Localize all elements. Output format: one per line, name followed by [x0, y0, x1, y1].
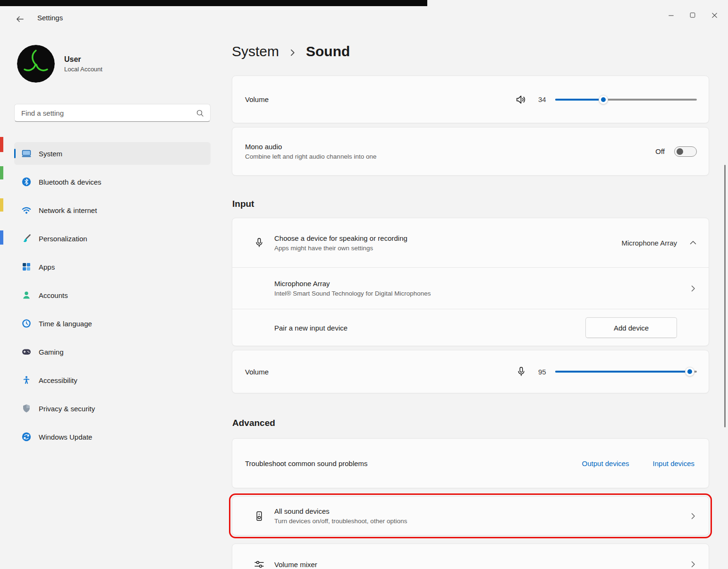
input-device-picker-row[interactable]: Choose a device for speaking or recordin… — [232, 218, 709, 267]
mono-audio-toggle[interactable] — [674, 146, 697, 157]
sidebar-item-time-language[interactable]: Time & language — [14, 312, 211, 335]
wifi-icon — [22, 205, 31, 215]
breadcrumb-system[interactable]: System — [232, 43, 279, 59]
search-input[interactable] — [15, 104, 210, 121]
sidebar-item-bluetooth-devices[interactable]: Bluetooth & devices — [14, 170, 211, 193]
pair-input-device-row: Pair a new input device Add device — [232, 309, 709, 346]
chevron-right-icon — [689, 285, 697, 292]
input-section-header: Input — [232, 199, 254, 209]
microphone-array-row[interactable]: Microphone Array Intel® Smart Sound Tech… — [232, 267, 709, 309]
selected-input-device: Microphone Array — [621, 239, 677, 247]
clock-icon — [22, 319, 31, 328]
user-account-type: Local Account — [64, 66, 102, 73]
slider-thumb[interactable] — [599, 95, 608, 104]
sidebar-item-label: Gaming — [39, 348, 64, 356]
output-volume-controls: 34 — [515, 93, 697, 106]
search-box[interactable] — [14, 104, 211, 122]
output-volume-value: 34 — [538, 95, 550, 103]
output-volume-card: Volume 34 — [232, 76, 709, 123]
chevron-right-icon — [689, 512, 697, 520]
accessibility-person-icon — [22, 375, 31, 385]
input-volume-slider[interactable] — [555, 366, 697, 377]
sidebar-item-label: Accessibility — [39, 376, 77, 384]
sidebar-item-label: Bluetooth & devices — [39, 178, 102, 186]
person-icon — [22, 290, 31, 300]
input-device-dropdown[interactable]: Microphone Array — [621, 239, 697, 247]
desktop-artifact — [0, 137, 3, 152]
sidebar-item-network-internet[interactable]: Network & internet — [14, 199, 211, 221]
microphone-array-title: Microphone Array — [274, 280, 431, 288]
chevron-right-icon — [689, 561, 697, 568]
microphone-icon — [254, 237, 265, 248]
advanced-section-header: Advanced — [232, 418, 275, 428]
all-sound-devices-title: All sound devices — [274, 507, 407, 515]
chevron-up-icon — [689, 239, 697, 246]
toggle-state-label: Off — [655, 147, 665, 155]
sidebar-item-accounts[interactable]: Accounts — [14, 284, 211, 306]
add-device-button[interactable]: Add device — [585, 317, 677, 338]
output-devices-link[interactable]: Output devices — [582, 459, 629, 467]
scrollbar[interactable] — [724, 165, 726, 427]
output-volume-label: Volume — [245, 95, 269, 103]
apps-grid-icon — [22, 262, 31, 272]
sidebar-item-label: Personalization — [39, 235, 87, 243]
brush-icon — [22, 234, 31, 243]
breadcrumb-chevron-icon — [288, 49, 296, 57]
user-profile[interactable]: User Local Account — [17, 45, 102, 83]
volume-mixer-card[interactable]: Volume mixer — [232, 544, 709, 569]
troubleshoot-label: Troubleshoot common sound problems — [245, 459, 368, 467]
pair-device-label: Pair a new input device — [274, 324, 347, 332]
mixer-sliders-icon — [254, 559, 265, 569]
mono-audio-text: Mono audio Combine left and right audio … — [245, 143, 376, 160]
output-volume-slider[interactable] — [555, 94, 697, 105]
search-icon — [196, 109, 204, 117]
sidebar-item-accessibility[interactable]: Accessibility — [14, 369, 211, 391]
sidebar-item-windows-update[interactable]: Windows Update — [14, 425, 211, 448]
sidebar-item-label: Apps — [39, 263, 55, 271]
close-icon — [711, 12, 718, 19]
all-sound-devices-card[interactable]: All sound devices Turn devices on/off, t… — [232, 496, 709, 535]
microphone-array-description: Intel® Smart Sound Technology for Digita… — [274, 290, 431, 297]
microphone-array-text: Microphone Array Intel® Smart Sound Tech… — [274, 280, 431, 297]
speaker-box-icon — [254, 510, 265, 522]
back-button[interactable] — [12, 12, 27, 25]
sidebar-item-personalization[interactable]: Personalization — [14, 227, 211, 250]
input-device-picker-description: Apps might have their own settings — [274, 245, 407, 252]
gamepad-icon — [22, 347, 31, 357]
input-volume-label: Volume — [245, 368, 269, 376]
sidebar-item-label: System — [39, 150, 62, 158]
input-device-picker-text: Choose a device for speaking or recordin… — [274, 234, 407, 252]
breadcrumb: System Sound — [232, 43, 350, 59]
page-title: Sound — [306, 43, 350, 59]
sidebar-item-apps[interactable]: Apps — [14, 255, 211, 278]
shield-icon — [22, 404, 31, 413]
desktop-artifact — [0, 198, 3, 212]
mono-audio-toggle-group: Off — [655, 146, 697, 157]
input-devices-link[interactable]: Input devices — [653, 459, 694, 467]
back-arrow-icon — [16, 15, 25, 24]
troubleshoot-links: Output devices Input devices — [582, 459, 697, 467]
settings-window: Settings Use — [0, 0, 728, 569]
desktop-artifact — [0, 230, 3, 245]
user-info: User Local Account — [64, 55, 102, 73]
razer-logo-icon — [17, 45, 55, 83]
sidebar-item-gaming[interactable]: Gaming — [14, 340, 211, 363]
avatar — [17, 45, 55, 83]
slider-fill — [555, 371, 690, 373]
main-content: System Sound Volume 34 — [232, 0, 709, 569]
input-device-picker-title: Choose a device for speaking or recordin… — [274, 234, 407, 242]
slider-thumb[interactable] — [685, 367, 694, 376]
sidebar-nav: System Bluetooth & devices Network & int… — [14, 142, 211, 454]
sidebar-item-label: Network & internet — [39, 206, 97, 214]
update-refresh-icon — [22, 432, 31, 442]
all-sound-devices-text: All sound devices Turn devices on/off, t… — [274, 507, 407, 525]
toggle-knob — [677, 148, 683, 155]
desktop-artifact — [0, 166, 3, 179]
input-volume-controls: 95 — [516, 366, 697, 377]
speaker-volume-icon — [515, 93, 527, 106]
troubleshoot-card: Troubleshoot common sound problems Outpu… — [232, 438, 709, 488]
sidebar-item-label: Windows Update — [39, 433, 92, 441]
sidebar-item-system[interactable]: System — [14, 142, 211, 165]
mono-audio-description: Combine left and right audio channels in… — [245, 153, 376, 160]
sidebar-item-privacy-security[interactable]: Privacy & security — [14, 397, 211, 420]
